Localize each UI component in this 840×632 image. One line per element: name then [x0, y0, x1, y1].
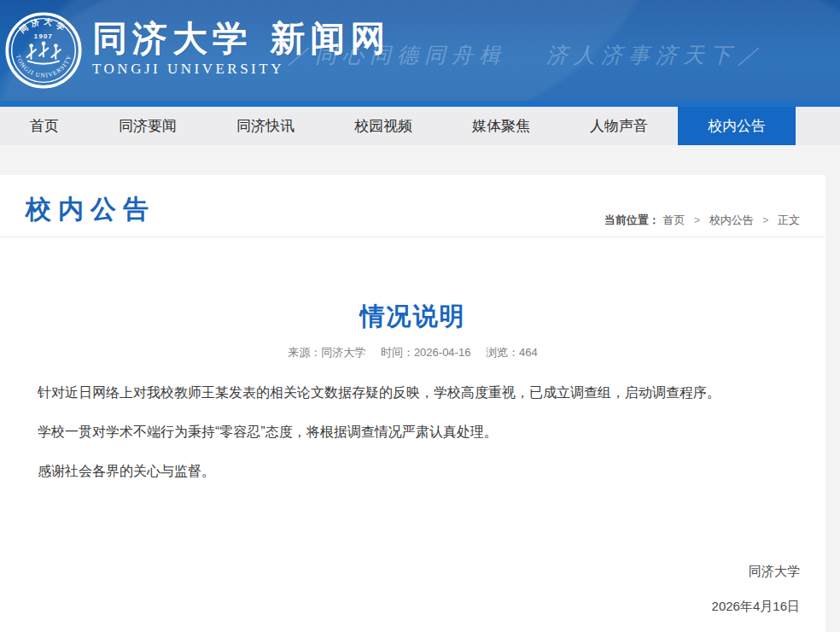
nav-item-campus-announcements[interactable]: 校内公告 [678, 107, 796, 145]
article-views: 浏览：464 [486, 346, 538, 359]
article-paragraph: 针对近日网络上对我校教师王某发表的相关论文数据存疑的反映，学校高度重视，已成立调… [38, 383, 788, 402]
nav-item-tongji-news[interactable]: 同济要闻 [89, 107, 207, 145]
breadcrumb-label: 当前位置： [604, 214, 660, 226]
article: 情况说明 来源：同济大学 时间：2026-04-16 浏览：464 针对近日网络… [0, 299, 825, 481]
breadcrumb: 当前位置： 首页 > 校内公告 > 正文 [604, 213, 800, 228]
content-card: 校内公告 当前位置： 首页 > 校内公告 > 正文 情况说明 来源：同济大学 时… [0, 175, 825, 632]
article-time: 时间：2026-04-16 [381, 346, 471, 359]
nav-item-home[interactable]: 首页 [0, 107, 89, 145]
logo-rowers-glyph [27, 42, 61, 64]
breadcrumb-section-link[interactable]: 校内公告 [709, 214, 754, 226]
tongji-seal-icon: 同济大学 1907 [5, 12, 82, 89]
article-body: 针对近日网络上对我校教师王某发表的相关论文数据存疑的反映，学校高度重视，已成立调… [38, 383, 788, 481]
breadcrumb-current: 正文 [778, 214, 800, 226]
main-nav: 首页 同济要闻 同济快讯 校园视频 媒体聚焦 人物声音 校内公告 [0, 107, 840, 145]
article-meta: 来源：同济大学 时间：2026-04-16 浏览：464 [38, 345, 788, 360]
section-header: 校内公告 当前位置： 首页 > 校内公告 > 正文 [0, 175, 825, 237]
header-accent-line [0, 101, 840, 107]
header-slogan: ／同心同德同舟楫 济人济事济天下／ [288, 41, 765, 69]
breadcrumb-separator: > [762, 214, 768, 226]
article-signature: 同济大学 2026年4月16日 [0, 563, 825, 615]
article-paragraph: 感谢社会各界的关心与监督。 [38, 461, 788, 481]
spacer-band [0, 145, 840, 175]
site-header: 同济大学 1907 [0, 0, 840, 101]
logo-year-text: 1907 [34, 32, 53, 40]
article-title: 情况说明 [38, 299, 788, 333]
nav-item-people-voice[interactable]: 人物声音 [560, 107, 678, 145]
nav-item-media-focus[interactable]: 媒体聚焦 [442, 107, 560, 145]
breadcrumb-separator: > [694, 214, 700, 226]
breadcrumb-home-link[interactable]: 首页 [662, 214, 685, 226]
signature-date: 2026年4月16日 [0, 598, 800, 615]
nav-item-tongji-express[interactable]: 同济快讯 [207, 107, 324, 145]
nav-item-campus-video[interactable]: 校园视频 [324, 107, 442, 145]
article-source: 来源：同济大学 [288, 346, 365, 359]
signature-name: 同济大学 [0, 563, 800, 580]
article-paragraph: 学校一贯对学术不端行为秉持“零容忍”态度，将根据调查情况严肃认真处理。 [38, 422, 788, 442]
